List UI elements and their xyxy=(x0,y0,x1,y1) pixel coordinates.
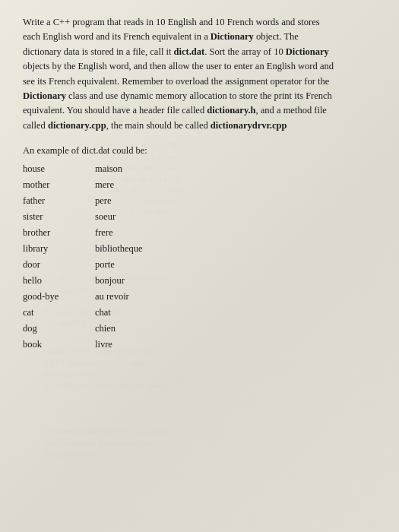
french-word: porte xyxy=(95,257,115,272)
dict-row: sistersoeur xyxy=(23,209,376,224)
dict-row: housemaison xyxy=(23,161,376,176)
intro-line8c: , the main should be called xyxy=(106,120,211,131)
intro-dictionary3: Dictionary xyxy=(23,90,66,101)
english-word: good-bye xyxy=(23,289,95,304)
dict-row: hellobonjour xyxy=(23,273,376,288)
english-word: father xyxy=(23,193,95,208)
french-word: soeur xyxy=(95,209,116,224)
french-word: bibliotheque xyxy=(95,241,143,256)
example-label: An example of dict.dat could be: xyxy=(23,145,376,157)
dict-row: brotherfrere xyxy=(23,225,376,240)
french-word: chat xyxy=(95,305,111,320)
english-word: sister xyxy=(23,209,95,224)
french-word: pere xyxy=(95,193,112,208)
dict-table: housemaisonmothermerefatherperesistersoe… xyxy=(23,161,376,352)
french-word: au revoir xyxy=(95,289,129,304)
intro-dictionary2: Dictionary xyxy=(286,46,329,57)
dict-row: mothermere xyxy=(23,177,376,192)
dict-row: good-byeau revoir xyxy=(23,289,376,304)
dict-row: librarybibliotheque xyxy=(23,241,376,256)
english-word: door xyxy=(23,257,95,272)
intro-dictcpp: dictionary.cpp xyxy=(48,120,106,131)
dict-row: doorporte xyxy=(23,257,376,272)
english-word: book xyxy=(23,337,95,352)
main-content: Write a C++ program that reads in 10 Eng… xyxy=(23,15,376,352)
intro-line8: called xyxy=(23,120,48,131)
french-word: livre xyxy=(95,337,112,352)
english-word: library xyxy=(23,241,95,256)
dict-row: fatherpere xyxy=(23,193,376,208)
english-word: house xyxy=(23,161,95,176)
dict-row: catchat xyxy=(23,305,376,320)
english-word: hello xyxy=(23,273,95,288)
intro-dicth: dictionary.h xyxy=(207,105,255,116)
intro-dictionary1: Dictionary xyxy=(211,31,254,42)
dict-row: dogchien xyxy=(23,321,376,336)
english-word: dog xyxy=(23,321,95,336)
intro-line2c: object. The xyxy=(254,31,299,42)
french-word: maison xyxy=(95,161,122,176)
intro-line3: dictionary data is stored in a file, cal… xyxy=(23,46,174,57)
page: obtain within the value of this is to re… xyxy=(0,0,399,532)
english-word: mother xyxy=(23,177,95,192)
intro-line4: objects by the English word, and then al… xyxy=(23,61,334,71)
french-word: frere xyxy=(95,225,113,240)
intro-line1: Write a C++ program that reads in 10 Eng… xyxy=(23,17,320,27)
french-word: bonjour xyxy=(95,273,125,288)
dict-row: booklivre xyxy=(23,337,376,352)
intro-line7c: , and a method file xyxy=(256,105,327,116)
english-word: brother xyxy=(23,225,95,240)
intro-paragraph: Write a C++ program that reads in 10 Eng… xyxy=(23,15,376,133)
intro-line6b: class and use dynamic memory allocation … xyxy=(66,90,332,101)
french-word: chien xyxy=(95,321,116,336)
english-word: cat xyxy=(23,305,95,320)
intro-line3c: . Sort the array of 10 xyxy=(204,46,286,57)
intro-drvrcpp: dictionarydrvr.cpp xyxy=(211,120,287,131)
intro-line2: each English word and its French equival… xyxy=(23,31,211,42)
intro-line5: see its French equivalent. Remember to o… xyxy=(23,76,329,87)
french-word: mere xyxy=(95,177,114,192)
intro-line7: equivalent. You should have a header fil… xyxy=(23,105,207,116)
intro-dictdat: dict.dat xyxy=(174,46,205,57)
